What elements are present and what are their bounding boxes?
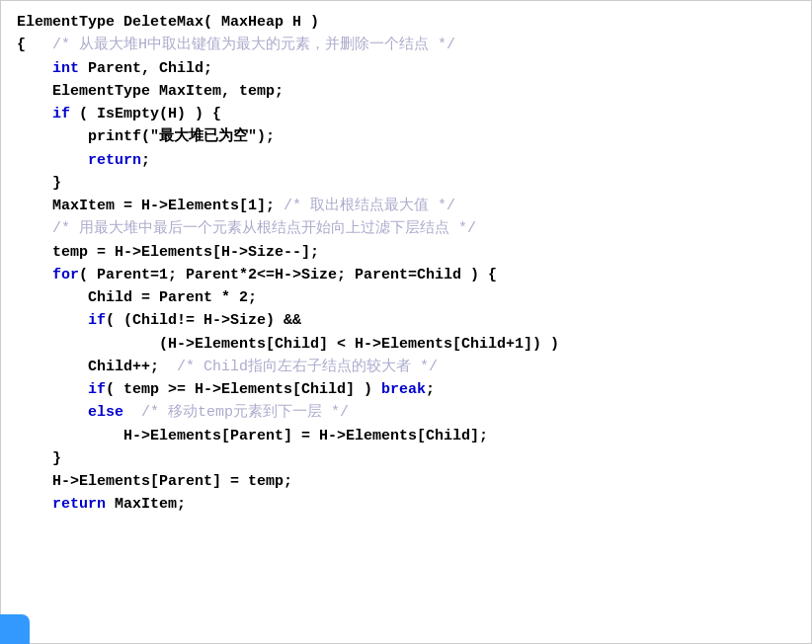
code-line-10: temp = H->Elements[H->Size--]; [17, 241, 795, 264]
code-line-3: ElementType MaxItem, temp; [17, 80, 795, 103]
code-line-19: } [17, 447, 795, 470]
code-line-5: printf("最大堆已为空"); [17, 125, 795, 148]
code-line-4: if ( IsEmpty(H) ) { [17, 103, 795, 125]
code-line-2: int Parent, Child; [17, 57, 795, 80]
code-line-15: Child++; /* Child指向左右子结点的较大者 */ [17, 356, 795, 378]
code-editor: ElementType DeleteMax( MaxHeap H ) { /* … [0, 0, 812, 644]
code-line-11: for( Parent=1; Parent*2<=H->Size; Parent… [17, 264, 795, 286]
code-line-16: if( temp >= H->Elements[Child] ) break; [17, 378, 795, 401]
code-line-9: /* 用最大堆中最后一个元素从根结点开始向上过滤下层结点 */ [17, 217, 795, 240]
code-line-14: (H->Elements[Child] < H->Elements[Child+… [17, 333, 795, 356]
code-line-18: H->Elements[Parent] = H->Elements[Child]… [17, 425, 795, 447]
code-line-20: H->Elements[Parent] = temp; [17, 470, 795, 493]
code-line-8: MaxItem = H->Elements[1]; /* 取出根结点最大值 */ [17, 195, 795, 217]
code-line-0: ElementType DeleteMax( MaxHeap H ) [17, 11, 795, 34]
code-line-1: { /* 从最大堆H中取出键值为最大的元素，并删除一个结点 */ [17, 34, 795, 56]
code-line-6: return; [17, 149, 795, 172]
code-line-21: return MaxItem; [17, 493, 795, 516]
code-line-12: Child = Parent * 2; [17, 286, 795, 309]
code-line-13: if( (Child!= H->Size) && [17, 309, 795, 332]
code-line-7: } [17, 172, 795, 195]
code-line-17: else /* 移动temp元素到下一层 */ [17, 401, 795, 424]
bottom-bar-indicator [0, 614, 30, 644]
